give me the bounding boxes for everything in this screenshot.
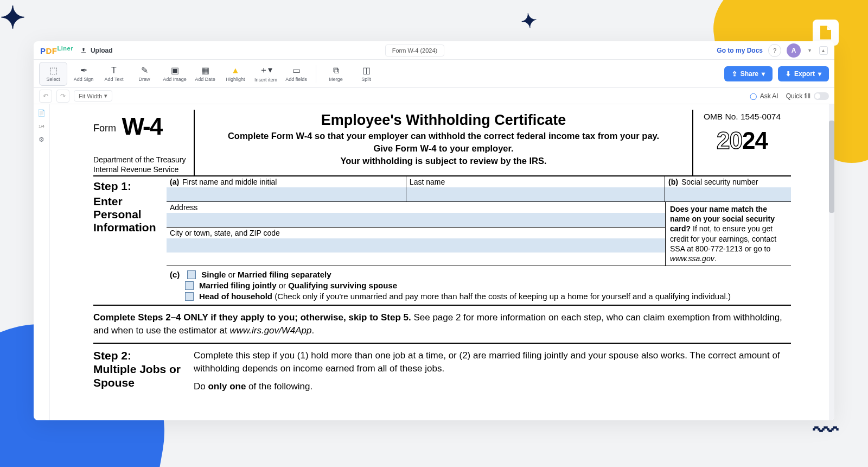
tool-add-fields[interactable]: ▭Add fields	[282, 62, 310, 86]
app-logo: PDFLiner	[40, 45, 73, 55]
step1-number: Step 1:	[93, 180, 164, 193]
step2-paragraph-2: Do only one of the following.	[194, 380, 791, 393]
step2-number: Step 2:	[93, 349, 194, 362]
upload-label: Upload	[91, 47, 113, 54]
tool-add-date[interactable]: ▦Add Date	[191, 62, 219, 86]
scrollbar-track[interactable]	[829, 104, 834, 420]
undo-button[interactable]: ↶	[39, 90, 52, 103]
name-match-note: Does your name match the name on your so…	[665, 202, 791, 266]
sparkle-icon: ◯	[750, 92, 757, 100]
label-city: City or town, state, and ZIP code	[167, 228, 665, 238]
bg-paint-mark-2: ✦	[519, 9, 539, 34]
pages-panel-button[interactable]: 📄	[36, 108, 47, 118]
account-menu-caret[interactable]: ▾	[806, 47, 814, 54]
tool-add-text[interactable]: TAdd Text	[100, 62, 128, 86]
zoom-select[interactable]: Fit Width ▾	[74, 90, 112, 102]
highlighter-icon: ▲	[231, 66, 240, 75]
collapse-panel-button[interactable]: ▴	[819, 46, 828, 55]
share-icon: ⇪	[732, 70, 737, 78]
go-to-docs-button[interactable]: Go to my Docs	[717, 47, 763, 54]
redo-button[interactable]: ↷	[56, 90, 69, 103]
workspace: 📄 1/4 ⚙ Form W-4 Department of the Treas…	[34, 104, 834, 420]
form-id: W-4	[122, 113, 162, 140]
ssn-field[interactable]	[665, 187, 791, 201]
scrollbar-thumb[interactable]	[829, 121, 834, 213]
tool-merge[interactable]: ⧉Merge	[322, 62, 350, 86]
help-button[interactable]: ?	[768, 44, 781, 57]
calendar-icon: ▦	[201, 65, 209, 75]
form-subtitle-1: Complete Form W-4 so that your employer …	[200, 130, 687, 142]
label-last-name: Last name	[406, 176, 665, 187]
checkbox-head-household[interactable]	[185, 292, 194, 301]
download-icon: ⬇	[786, 70, 791, 78]
form-word: Form	[93, 123, 116, 134]
step2-title: Multiple Jobs or Spouse	[93, 362, 194, 389]
signature-icon: ✒	[80, 65, 87, 75]
tool-draw[interactable]: ✎Draw	[130, 62, 158, 86]
document-canvas[interactable]: Form W-4 Department of the Treasury Inte…	[50, 104, 834, 420]
tool-add-sign[interactable]: ✒Add Sign	[69, 62, 98, 86]
tool-split[interactable]: ◫Split	[352, 62, 380, 86]
app-window: PDFLiner Upload Form W-4 (2024) Go to my…	[34, 41, 834, 420]
share-button[interactable]: ⇪ Share ▾	[724, 66, 773, 81]
header-bar: PDFLiner Upload Form W-4 (2024) Go to my…	[34, 41, 834, 60]
main-toolbar: ⬚Select ✒Add Sign TAdd Text ✎Draw ▣Add I…	[34, 60, 834, 88]
bg-paint-mark-1: ✦	[0, 0, 25, 35]
text-icon: T	[111, 66, 117, 75]
chevron-down-icon: ▾	[818, 70, 821, 78]
first-name-field[interactable]	[167, 187, 406, 201]
settings-button[interactable]: ⚙	[36, 134, 47, 145]
chevron-down-icon: ▾	[762, 70, 765, 78]
steps-2-4-instruction: Complete Steps 2–4 ONLY if they apply to…	[93, 306, 791, 344]
tool-select[interactable]: ⬚Select	[39, 62, 67, 86]
image-icon: ▣	[171, 65, 179, 75]
ask-ai-button[interactable]: ◯ Ask AI	[750, 92, 778, 100]
toolbar-separator	[316, 65, 316, 83]
export-button[interactable]: ⬇ Export ▾	[778, 66, 829, 81]
avatar[interactable]: A	[787, 43, 801, 58]
upload-button[interactable]: Upload	[80, 47, 113, 54]
cursor-icon: ⬚	[49, 65, 58, 75]
toggle-icon	[814, 92, 829, 100]
form-title: Employee's Withholding Certificate	[200, 112, 687, 129]
label-ssn: Social security number	[681, 178, 758, 186]
last-name-field[interactable]	[406, 187, 665, 201]
plus-icon: ＋▾	[259, 65, 272, 76]
split-icon: ◫	[362, 65, 371, 75]
label-address: Address	[167, 202, 665, 213]
upload-icon	[80, 47, 87, 54]
label-first-name: First name and middle initial	[182, 178, 277, 186]
step2-paragraph-1: Complete this step if you (1) hold more …	[194, 349, 791, 375]
pencil-icon: ✎	[141, 65, 148, 75]
form-subtitle-2: Give Form W-4 to your employer.	[200, 142, 687, 155]
tool-add-image[interactable]: ▣Add Image	[161, 62, 189, 86]
step1-title: Enter Personal Information	[93, 195, 164, 234]
checkbox-married-joint[interactable]	[185, 281, 194, 290]
left-rail: 📄 1/4 ⚙	[34, 104, 50, 420]
tool-highlight[interactable]: ▲Highlight	[221, 62, 250, 86]
department-lines: Department of the Treasury Internal Reve…	[93, 155, 193, 174]
document-title-chip[interactable]: Form W-4 (2024)	[385, 45, 445, 56]
omb-number: OMB No. 1545-0074	[697, 112, 788, 122]
page-indicator: 1/4	[39, 124, 44, 129]
tool-insert-item[interactable]: ＋▾Insert item	[252, 62, 280, 86]
city-field[interactable]	[167, 238, 665, 253]
merge-icon: ⧉	[333, 66, 339, 75]
chevron-down-icon: ▾	[104, 92, 107, 99]
tax-year: 2024	[697, 127, 788, 154]
fields-icon: ▭	[292, 65, 301, 75]
address-field[interactable]	[167, 213, 665, 227]
bg-paint-mark-3: 〰	[813, 416, 838, 445]
quick-fill-toggle[interactable]: Quick fill	[786, 92, 829, 100]
form-subtitle-3: Your withholding is subject to review by…	[200, 155, 687, 167]
sub-toolbar: ↶ ↷ Fit Width ▾ ◯ Ask AI Quick fill	[34, 88, 834, 104]
checkbox-single[interactable]	[187, 270, 196, 279]
form-w4-page: Form W-4 Department of the Treasury Inte…	[93, 110, 791, 399]
